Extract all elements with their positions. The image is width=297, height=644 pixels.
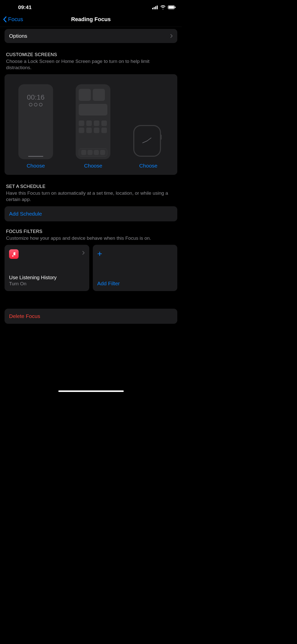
- chevron-right-icon: [82, 251, 85, 255]
- app-grid-icon: [79, 120, 107, 133]
- back-label: Focus: [8, 16, 23, 23]
- lock-widgets-icon: [29, 103, 43, 106]
- svg-line-8: [143, 141, 147, 143]
- customize-sub: Choose a Lock Screen or Home Screen page…: [6, 58, 176, 71]
- choose-watch-button[interactable]: Choose: [139, 163, 157, 169]
- schedule-sub: Have this Focus turn on automatically at…: [6, 190, 176, 203]
- lock-screen-preview[interactable]: 00:16: [18, 84, 53, 159]
- status-time: 09:41: [18, 4, 32, 10]
- lock-screen-column: 00:16 Choose: [18, 84, 53, 169]
- delete-focus-button[interactable]: Delete Focus: [5, 309, 177, 324]
- wifi-icon: [160, 5, 166, 9]
- home-widget-wide-icon: [79, 104, 107, 115]
- nav-bar: Focus Reading Focus: [0, 14, 182, 27]
- home-screen-preview[interactable]: [76, 84, 110, 159]
- music-app-icon: [9, 249, 19, 259]
- choose-lock-button[interactable]: Choose: [27, 163, 45, 169]
- home-screen-column: Choose: [76, 84, 110, 169]
- filters-row: Use Listening History Turn On + Add Filt…: [5, 245, 177, 291]
- add-filter-card[interactable]: + Add Filter: [93, 245, 178, 291]
- options-cell[interactable]: Options: [5, 29, 177, 43]
- svg-rect-1: [154, 7, 155, 9]
- delete-focus-label: Delete Focus: [9, 313, 40, 319]
- battery-icon: [168, 5, 176, 9]
- add-filter-label: Add Filter: [97, 280, 173, 287]
- chevron-left-icon: [3, 16, 7, 22]
- watch-crown-icon: [160, 135, 162, 140]
- svg-rect-2: [155, 6, 156, 9]
- watch-preview[interactable]: [133, 125, 163, 159]
- status-icons: [152, 5, 176, 9]
- filters-header: FOCUS FILTERS Customize how your apps an…: [5, 229, 177, 242]
- svg-rect-5: [168, 6, 174, 9]
- back-button[interactable]: Focus: [3, 16, 23, 23]
- music-filter-title: Use Listening History: [9, 275, 85, 280]
- home-indicator[interactable]: [58, 390, 124, 392]
- choose-home-button[interactable]: Choose: [84, 163, 102, 169]
- svg-rect-6: [175, 7, 176, 8]
- clock-hands-icon: [140, 133, 155, 148]
- filters-sub: Customize how your apps and device behav…: [6, 235, 176, 242]
- svg-line-7: [147, 138, 151, 141]
- page-title: Reading Focus: [71, 16, 111, 23]
- home-widgets-icon: [79, 89, 107, 101]
- screens-card: 00:16 Choose Choose: [5, 74, 177, 175]
- plus-icon: +: [97, 249, 173, 258]
- music-filter-card[interactable]: Use Listening History Turn On: [5, 245, 89, 291]
- svg-rect-0: [152, 8, 153, 9]
- add-schedule-button[interactable]: Add Schedule: [5, 206, 177, 221]
- music-filter-sub: Turn On: [9, 281, 85, 287]
- filters-title: FOCUS FILTERS: [6, 229, 176, 234]
- cellular-icon: [152, 5, 158, 9]
- status-bar: 09:41: [0, 0, 182, 14]
- options-group: Options: [5, 29, 177, 43]
- add-schedule-label: Add Schedule: [9, 211, 42, 217]
- customize-title: CUSTOMIZE SCREENS: [6, 52, 176, 57]
- schedule-header: SET A SCHEDULE Have this Focus turn on a…: [5, 184, 177, 203]
- chevron-right-icon: [170, 34, 173, 38]
- svg-rect-3: [157, 6, 158, 9]
- dock-icon: [79, 148, 107, 157]
- customize-header: CUSTOMIZE SCREENS Choose a Lock Screen o…: [5, 52, 177, 71]
- watch-column: Choose: [133, 84, 163, 169]
- lock-screen-time: 00:16: [27, 93, 45, 101]
- home-indicator-icon: [28, 156, 43, 157]
- schedule-title: SET A SCHEDULE: [6, 184, 176, 189]
- options-label: Options: [9, 33, 27, 39]
